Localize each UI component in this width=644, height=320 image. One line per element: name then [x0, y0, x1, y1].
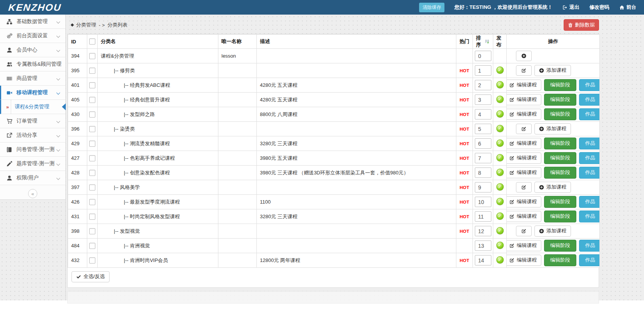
- sidebar-item[interactable]: 会员中心: [0, 43, 65, 57]
- breadcrumb-page: 分类列表: [108, 22, 128, 28]
- edit-category-button[interactable]: [516, 182, 532, 192]
- save-sort-icon[interactable]: [485, 38, 490, 45]
- edit-course-button[interactable]: 编辑课程: [507, 153, 542, 164]
- row-checkbox[interactable]: [89, 214, 95, 220]
- sidebar-item[interactable]: 问卷管理-测一测: [0, 143, 65, 157]
- sidebar-item[interactable]: 移动课程管理: [0, 86, 65, 100]
- row-checkbox[interactable]: [89, 199, 95, 205]
- edit-stage-button[interactable]: 编辑阶段: [544, 254, 576, 266]
- sidebar-item[interactable]: 商品管理: [0, 71, 65, 86]
- select-all-button[interactable]: 全选/反选: [72, 271, 110, 282]
- row-checkbox[interactable]: [89, 228, 95, 234]
- row-checkbox[interactable]: [89, 68, 95, 74]
- edit-stage-button[interactable]: 编辑阶段: [544, 138, 576, 149]
- chevron-down-icon: [57, 20, 60, 24]
- add-course-button[interactable]: 添加课程: [534, 182, 571, 193]
- works-button[interactable]: 作品: [579, 138, 600, 149]
- edit-course-button[interactable]: 编辑课程: [507, 167, 542, 178]
- sort-input[interactable]: [475, 255, 491, 265]
- row-checkbox[interactable]: [89, 82, 95, 88]
- edit-course-button[interactable]: 编辑课程: [507, 80, 542, 91]
- row-checkbox[interactable]: [89, 170, 95, 176]
- sort-input[interactable]: [475, 109, 491, 119]
- logout-link[interactable]: 退出: [562, 4, 579, 11]
- edit-category-button[interactable]: [516, 65, 532, 76]
- sidebar-item[interactable]: 题库管理-测一测: [0, 157, 65, 171]
- row-checkbox[interactable]: [89, 111, 95, 118]
- sort-input[interactable]: [475, 226, 491, 236]
- works-button[interactable]: 作品: [579, 240, 600, 252]
- edit-stage-button[interactable]: 编辑阶段: [544, 196, 576, 208]
- sort-input[interactable]: [475, 182, 491, 192]
- edit-stage-button[interactable]: 编辑阶段: [544, 211, 576, 222]
- id-cell: 428: [68, 166, 87, 180]
- app-logo[interactable]: KENZHOU: [8, 2, 62, 13]
- works-button[interactable]: 作品: [579, 254, 600, 266]
- publish-cell: [493, 224, 507, 239]
- edit-stage-button[interactable]: 编辑阶段: [544, 79, 576, 91]
- change-password-link[interactable]: 修改密码: [589, 4, 609, 11]
- works-button[interactable]: 作品: [579, 108, 600, 120]
- row-checkbox[interactable]: [89, 126, 95, 132]
- sort-input[interactable]: [475, 138, 491, 149]
- row-checkbox[interactable]: [89, 184, 95, 191]
- operations-group: [508, 51, 598, 61]
- edit-stage-button[interactable]: 编辑阶段: [544, 94, 576, 106]
- sort-input[interactable]: [475, 95, 491, 105]
- edit-course-button[interactable]: 编辑课程: [507, 138, 542, 149]
- edit-stage-button[interactable]: 编辑阶段: [544, 108, 576, 120]
- sort-input[interactable]: [475, 51, 491, 61]
- edit-course-button[interactable]: 编辑课程: [507, 211, 542, 222]
- operations-group: 编辑课程编辑阶段作品: [508, 152, 598, 164]
- front-site-link[interactable]: 前台: [619, 4, 636, 11]
- edit-course-button[interactable]: 编辑课程: [507, 240, 542, 251]
- edit-stage-button[interactable]: 编辑阶段: [544, 167, 576, 179]
- edit-course-button[interactable]: 编辑课程: [507, 255, 542, 266]
- category-name-cell: |-- 修剪类: [98, 63, 218, 78]
- sidebar-item[interactable]: 前台页面设置: [0, 29, 65, 43]
- works-button[interactable]: 作品: [579, 152, 600, 164]
- sidebar-subitem[interactable]: »课程&分类管理: [0, 100, 65, 114]
- sort-input[interactable]: [475, 167, 491, 178]
- works-button[interactable]: 作品: [579, 167, 600, 179]
- works-button[interactable]: 作品: [579, 196, 600, 208]
- works-button[interactable]: 作品: [579, 211, 600, 222]
- sort-input[interactable]: [475, 124, 491, 134]
- row-checkbox[interactable]: [89, 141, 95, 147]
- sidebar-collapse-button[interactable]: «: [28, 189, 37, 198]
- row-checkbox[interactable]: [89, 243, 95, 249]
- sidebar-item[interactable]: 专属教练&顾问管理: [0, 57, 65, 71]
- sort-input[interactable]: [475, 80, 491, 90]
- edit-category-button[interactable]: [516, 124, 532, 134]
- sort-input[interactable]: [475, 153, 491, 163]
- edit-category-button[interactable]: [516, 226, 532, 236]
- edit-course-button[interactable]: 编辑课程: [507, 94, 542, 105]
- sort-input[interactable]: [475, 211, 491, 222]
- sort-input[interactable]: [475, 197, 491, 207]
- edit-course-button[interactable]: 编辑课程: [507, 196, 542, 207]
- edit-stage-button[interactable]: 编辑阶段: [544, 152, 576, 164]
- works-button[interactable]: 作品: [579, 79, 600, 91]
- hot-cell: HOT: [456, 136, 473, 151]
- sidebar-item[interactable]: 活动分享: [0, 128, 65, 143]
- sort-input[interactable]: [475, 65, 491, 76]
- row-checkbox[interactable]: [89, 53, 95, 59]
- id-cell: 484: [68, 239, 87, 253]
- sidebar-item[interactable]: 基础数据管理: [0, 15, 65, 29]
- clear-cache-button[interactable]: 清除缓存: [419, 3, 444, 12]
- row-checkbox[interactable]: [89, 257, 95, 264]
- row-checkbox[interactable]: [89, 155, 95, 161]
- edit-stage-button[interactable]: 编辑阶段: [544, 240, 576, 252]
- add-course-button[interactable]: 添加课程: [534, 225, 571, 237]
- select-all-checkbox[interactable]: [89, 38, 95, 45]
- add-subcategory-button[interactable]: [516, 51, 532, 61]
- row-checkbox[interactable]: [89, 97, 95, 103]
- delete-data-button[interactable]: 删除数据: [564, 19, 599, 31]
- add-course-button[interactable]: 添加课程: [534, 123, 571, 134]
- sort-input[interactable]: [475, 240, 491, 251]
- sidebar-item[interactable]: 订单管理: [0, 114, 65, 128]
- add-course-button[interactable]: 添加课程: [534, 65, 571, 76]
- works-button[interactable]: 作品: [579, 94, 600, 106]
- sidebar-item[interactable]: 权限/用户: [0, 171, 65, 185]
- edit-course-button[interactable]: 编辑课程: [507, 109, 542, 120]
